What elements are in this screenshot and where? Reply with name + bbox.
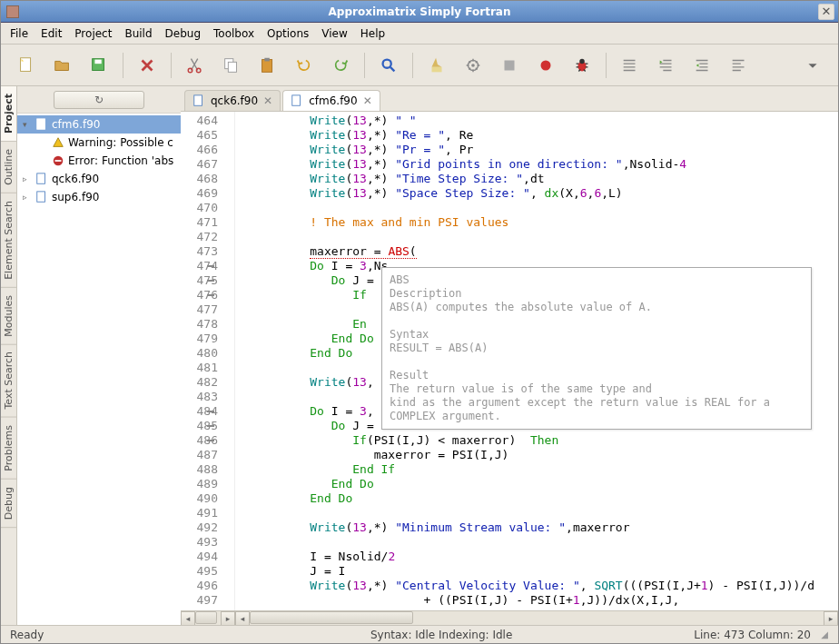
menu-project[interactable]: Project xyxy=(74,27,112,40)
menu-options[interactable]: Options xyxy=(267,27,309,40)
copy-button[interactable] xyxy=(219,53,244,78)
vtab-element-search[interactable]: Element Search xyxy=(1,193,16,288)
menu-dropdown-button[interactable] xyxy=(800,53,825,78)
open-button[interactable] xyxy=(50,53,75,78)
build-button[interactable] xyxy=(460,53,486,78)
tree-item-label: Warning: Possible c xyxy=(68,136,173,149)
status-position: Line: 473 Column: 20 xyxy=(694,629,811,641)
status-ready: Ready xyxy=(10,629,44,641)
menu-build[interactable]: Build xyxy=(124,27,152,40)
menu-edit[interactable]: Edit xyxy=(41,27,62,40)
statusbar: Ready Syntax: Idle Indexing: Idle Line: … xyxy=(1,625,838,643)
file-icon xyxy=(192,94,205,107)
refresh-button[interactable]: ↻ xyxy=(54,91,144,109)
status-syntax: Syntax: Idle Indexing: Idle xyxy=(370,629,512,641)
tooltip-syntax: RESULT = ABS(A) xyxy=(390,342,804,355)
svg-rect-10 xyxy=(432,66,442,72)
redo-button[interactable] xyxy=(328,53,353,78)
tab-label: qck6.f90 xyxy=(211,94,258,107)
tree-item[interactable]: Warning: Possible c xyxy=(17,134,181,152)
tooltip-result-heading: Result xyxy=(390,369,804,382)
svg-rect-22 xyxy=(194,95,202,105)
menu-file[interactable]: File xyxy=(10,27,28,40)
line-gutter: 4644654664674684694704714724734744754764… xyxy=(181,112,235,610)
sidebar-toolbar: ↻ xyxy=(17,86,181,114)
tooltip-result: The return value is of the same type and… xyxy=(390,382,804,423)
cut-button[interactable] xyxy=(183,53,208,78)
tooltip-syntax-heading: Syntax xyxy=(390,328,804,342)
svg-rect-7 xyxy=(262,59,272,72)
toolbar xyxy=(1,45,838,86)
tab-close-icon[interactable]: ✕ xyxy=(363,94,372,107)
menu-toolbox[interactable]: Toolbox xyxy=(213,27,254,40)
record-button[interactable] xyxy=(533,53,558,78)
stop-button[interactable] xyxy=(497,53,522,78)
tab-close-icon[interactable]: ✕ xyxy=(263,94,272,107)
svg-rect-20 xyxy=(37,173,45,183)
tree-item[interactable]: ▾cfm6.f90 xyxy=(17,115,181,134)
menu-view[interactable]: View xyxy=(321,27,347,40)
svg-rect-2 xyxy=(94,59,101,64)
menubar: FileEditProjectBuildDebugToolboxOptionsV… xyxy=(1,23,838,45)
window-close-button[interactable]: ✕ xyxy=(818,4,834,20)
editor-tab[interactable]: qck6.f90✕ xyxy=(184,90,281,111)
tree-item-label: qck6.f90 xyxy=(52,173,99,185)
vertical-tabs: ProjectOutlineElement SearchModulesText … xyxy=(1,86,17,625)
tooltip-desc: ABS(A) computes the absolute value of A. xyxy=(390,301,804,314)
tree-item[interactable]: Error: Function 'abs xyxy=(17,152,181,170)
tree-item-label: Error: Function 'abs xyxy=(68,154,173,167)
clean-button[interactable] xyxy=(424,53,449,78)
tree-item-label: sup6.f90 xyxy=(52,191,99,203)
sidebar: ↻ ▾cfm6.f90Warning: Possible cError: Fun… xyxy=(17,86,181,625)
vtab-text-search[interactable]: Text Search xyxy=(1,344,16,418)
svg-rect-17 xyxy=(37,119,45,129)
tree-item[interactable]: ▹qck6.f90 xyxy=(17,170,181,188)
svg-rect-21 xyxy=(37,192,45,202)
svg-point-3 xyxy=(188,68,192,73)
vtab-problems[interactable]: Problems xyxy=(1,418,16,480)
window-title: Approximatrix Simply Fortran xyxy=(329,5,511,18)
svg-rect-19 xyxy=(55,160,62,162)
svg-rect-8 xyxy=(264,57,270,61)
vtab-project[interactable]: Project xyxy=(1,86,16,142)
save-button[interactable] xyxy=(86,53,112,78)
debug-button[interactable] xyxy=(569,53,595,78)
menu-debug[interactable]: Debug xyxy=(165,27,201,40)
editor-tab[interactable]: cfm6.f90✕ xyxy=(282,90,380,111)
titlebar[interactable]: Approximatrix Simply Fortran ✕ xyxy=(1,1,838,23)
tree-item[interactable]: ▹sup6.f90 xyxy=(17,188,181,206)
tooltip-desc-heading: Description xyxy=(390,287,804,301)
resize-handle[interactable]: ◢ xyxy=(820,629,829,639)
svg-rect-23 xyxy=(292,95,301,105)
delete-button[interactable] xyxy=(134,53,160,78)
svg-point-16 xyxy=(579,58,585,64)
tree-item-label: cfm6.f90 xyxy=(52,118,100,131)
svg-rect-13 xyxy=(505,60,515,70)
vtab-outline[interactable]: Outline xyxy=(1,142,16,193)
format-button[interactable] xyxy=(726,53,752,78)
new-file-button[interactable] xyxy=(14,53,39,78)
app-icon xyxy=(6,5,19,18)
outdent-button[interactable] xyxy=(654,53,679,78)
vtab-modules[interactable]: Modules xyxy=(1,288,16,345)
vtab-debug[interactable]: Debug xyxy=(1,480,16,528)
search-button[interactable] xyxy=(376,53,401,78)
svg-rect-6 xyxy=(228,62,236,72)
code-tooltip: ABS Description ABS(A) computes the abso… xyxy=(381,267,812,430)
indent-button[interactable] xyxy=(690,53,716,78)
svg-point-4 xyxy=(196,68,201,73)
undo-button[interactable] xyxy=(291,53,317,78)
svg-point-12 xyxy=(471,64,475,67)
file-icon xyxy=(291,94,303,107)
tab-label: cfm6.f90 xyxy=(309,94,357,107)
gutter-scrollbar[interactable]: ◂▸ xyxy=(181,610,235,625)
svg-point-9 xyxy=(383,59,391,67)
menu-help[interactable]: Help xyxy=(360,27,385,40)
project-tree[interactable]: ▾cfm6.f90Warning: Possible cError: Funct… xyxy=(17,114,181,625)
paste-button[interactable] xyxy=(255,53,281,78)
tooltip-title: ABS xyxy=(390,273,804,287)
indent-left-button[interactable] xyxy=(617,53,643,78)
editor-tabs: qck6.f90✕cfm6.f90✕ xyxy=(181,86,838,112)
svg-point-14 xyxy=(541,60,551,70)
editor-h-scrollbar[interactable]: ◂▸ xyxy=(235,610,838,625)
